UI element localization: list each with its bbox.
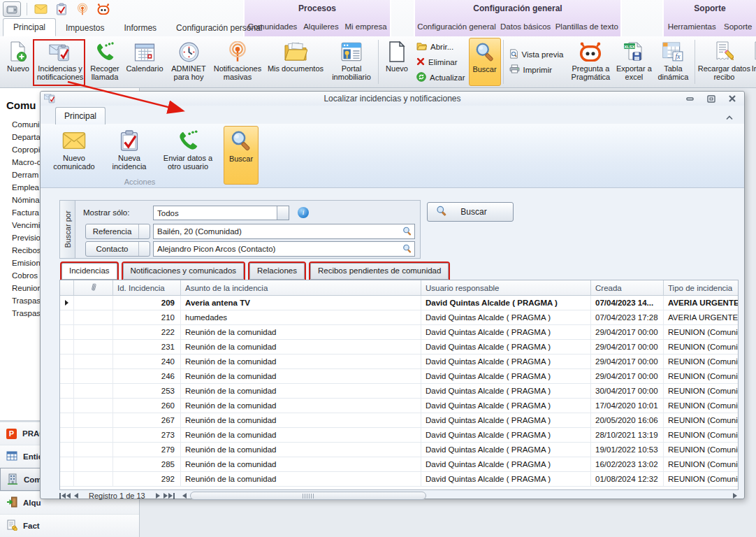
table-row[interactable]: 279 Reunión de la comunidad David Quinta… — [60, 443, 738, 457]
previous-record-button[interactable] — [74, 493, 78, 499]
table-row[interactable]: 210 humedades David Quintas Alcalde ( PR… — [60, 310, 738, 325]
abrir-button[interactable]: Abrir... — [416, 40, 465, 54]
nueva-incidencia-button[interactable]: Nueva incidencia — [106, 126, 152, 171]
tab-relaciones[interactable]: Relaciones — [249, 263, 305, 280]
pregunta-pragmatica-button[interactable]: Pregunta a Pragmática — [567, 38, 614, 86]
table-row[interactable]: 273 Reunión de la comunidad David Quinta… — [60, 428, 738, 443]
contacto-selector-button[interactable]: Contacto — [85, 241, 150, 257]
minimize-icon[interactable] — [685, 94, 695, 103]
header-id-incidencia[interactable]: Id. Incidencia — [113, 280, 181, 295]
tab-notificaciones-comunicados[interactable]: Notificaciones y comunicados — [123, 263, 245, 280]
tabla-dinamica-button[interactable]: fx Tabla dinámica — [653, 38, 692, 86]
tab-principal[interactable]: Principal — [3, 18, 56, 36]
search-submit-button[interactable]: Buscar — [427, 202, 514, 222]
referencia-field[interactable]: Bailén, 20 (Comunidad) — [153, 224, 415, 239]
vista-previa-button[interactable]: Vista previa — [509, 48, 564, 62]
phone-icon — [177, 127, 199, 154]
eliminar-button[interactable]: Eliminar — [416, 55, 465, 69]
search-submit-label: Buscar — [447, 207, 513, 217]
exportar-excel-button[interactable]: XLSX Exportar a excel — [614, 38, 653, 86]
table-row[interactable]: 260 Reunión de la comunidad David Quinta… — [60, 399, 738, 413]
table-row[interactable]: 253 Reunión de la comunidad David Quinta… — [60, 384, 738, 399]
calendar-icon — [134, 39, 155, 64]
header-tipo-incidencia[interactable]: Tipo de incidencia — [664, 280, 738, 295]
tab-impuestos[interactable]: Impuestos — [56, 20, 114, 36]
next-record-button[interactable] — [156, 493, 160, 499]
app-menu-icon[interactable] — [3, 1, 21, 17]
nav-item-label: Fact — [23, 522, 40, 530]
ribbon-button-label: Pregunta a Pragmática — [567, 64, 614, 81]
header-usuario-responsable[interactable]: Usuario responsable — [421, 280, 591, 295]
table-row[interactable]: 246 Reunión de la comunidad David Quinta… — [60, 369, 738, 384]
table-row[interactable]: 240 Reunión de la comunidad David Quinta… — [60, 355, 738, 369]
collapse-ribbon-icon[interactable] — [725, 110, 734, 123]
broadcast-icon[interactable] — [75, 2, 90, 16]
magnifier-icon — [230, 128, 252, 155]
header-creada[interactable]: Creada — [591, 280, 664, 295]
recargar-datos-recibo-button[interactable]: Recargar datos recibo — [697, 38, 750, 86]
mis-documentos-button[interactable]: Mis documentos — [264, 38, 327, 86]
last-record-button[interactable] — [163, 493, 175, 499]
header-asunto[interactable]: Asunto de la incidencia — [181, 280, 421, 295]
close-icon[interactable] — [727, 94, 737, 103]
table-row[interactable]: 222 Reunión de la comunidad David Quinta… — [60, 325, 738, 340]
robot-icon[interactable] — [96, 2, 111, 16]
portal-inmobiliario-button[interactable]: Portal inmobiliario — [327, 38, 376, 86]
maximize-icon[interactable] — [706, 94, 716, 103]
buscar-por-strip: Buscar por — [60, 201, 75, 258]
tab-datos-basicos[interactable]: Datos básicos — [499, 20, 552, 33]
small-button-label: Abrir... — [430, 43, 453, 51]
nav-item-label: Alqu — [23, 499, 41, 507]
table-header: Id. Incidencia Asunto de la incidencia U… — [60, 280, 738, 296]
referencia-selector-button[interactable]: Referencia — [85, 224, 150, 239]
chevron-down-icon[interactable] — [138, 224, 150, 238]
tab-herramientas[interactable]: Herramientas — [667, 20, 718, 33]
table-row[interactable]: 209 Averia antena TV David Quintas Alcal… — [60, 296, 738, 310]
tab-mi-empresa[interactable]: Mi empresa — [344, 20, 388, 33]
nuevo-registro-button[interactable]: Nuevo — [381, 38, 413, 86]
search-field-icon[interactable] — [402, 227, 412, 239]
nuevo-button[interactable]: Nuevo — [3, 38, 34, 86]
table-row[interactable]: 267 Reunión de la comunidad David Quinta… — [60, 413, 738, 428]
scroll-left-button[interactable] — [182, 493, 187, 499]
search-field-icon[interactable] — [402, 244, 412, 257]
dialog-button-label: Nueva incidencia — [106, 154, 152, 171]
table-row[interactable]: 231 Reunión de la comunidad David Quinta… — [60, 340, 738, 355]
nuevo-comunicado-button[interactable]: Nuevo comunicado — [46, 126, 102, 171]
actualizar-button[interactable]: Actualizar — [416, 71, 465, 85]
record-navigator: Registro 1 de 13 — [59, 491, 739, 501]
dialog-buscar-button[interactable]: Buscar — [224, 126, 259, 185]
mostrar-solo-select[interactable]: Todos — [153, 206, 289, 220]
mail-icon[interactable] — [33, 2, 48, 16]
tab-recibos-pendientes[interactable]: Recibos pendientes de comunidad — [310, 263, 449, 280]
chevron-down-icon[interactable] — [277, 206, 289, 220]
pivot-table-icon: fx — [662, 39, 683, 64]
contacto-field[interactable]: Alejandro Picon Arcos (Contacto) — [153, 241, 415, 257]
horizontal-scrollbar[interactable] — [190, 492, 426, 500]
enviar-datos-button[interactable]: Enviar datos a otro usuario — [157, 126, 219, 171]
tab-informes[interactable]: Informes — [114, 20, 166, 36]
tab-configuracion-general[interactable]: Configuración general — [416, 20, 497, 33]
chevron-down-icon[interactable] — [138, 242, 150, 256]
ribbon-button-label: Buscar — [472, 65, 496, 73]
buscar-button[interactable]: Buscar — [469, 38, 501, 86]
nav-item-facturas[interactable]: Fact — [0, 514, 139, 537]
scroll-right-button[interactable] — [733, 493, 737, 499]
tab-incidencias[interactable]: Incidencias — [61, 263, 117, 280]
tab-configuracion-personal[interactable]: Configuración personal — [166, 20, 272, 36]
open-folder-icon — [416, 42, 427, 52]
info-icon[interactable]: i — [298, 207, 309, 218]
table-row[interactable]: 292 Reunión de la comunidad David Quinta… — [60, 472, 738, 487]
ribbon-button-label: Recargar datos recibo — [697, 64, 750, 81]
first-record-button[interactable] — [59, 493, 71, 499]
table-row[interactable]: 285 Reunión de la comunidad David Quinta… — [60, 457, 738, 472]
notificaciones-masivas-button[interactable]: Notificaciones masivas — [211, 38, 264, 86]
imprimir-button[interactable]: Imprimir — [509, 63, 564, 77]
header-attachment[interactable] — [74, 280, 113, 295]
tab-alquileres[interactable]: Alquileres — [302, 20, 340, 33]
tab-plantillas-texto[interactable]: Plantillas de texto — [554, 20, 620, 33]
imprimir-recibos-button[interactable]: Imp re — [750, 38, 756, 86]
folder-icon — [284, 39, 307, 64]
tab-soporte[interactable]: Soporte — [722, 20, 753, 33]
tasks-check-icon[interactable] — [54, 2, 69, 16]
